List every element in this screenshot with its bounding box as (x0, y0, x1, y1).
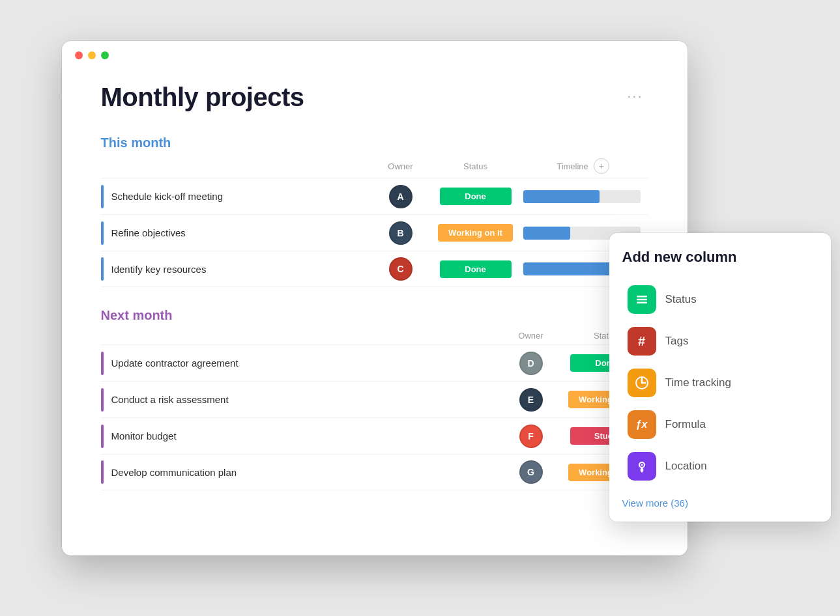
task-name: Update contractor agreement (111, 357, 499, 369)
next-month-header: Owner Status (101, 331, 648, 344)
timeline-col-header: Timeline + (518, 158, 648, 174)
more-options-button[interactable]: ··· (622, 83, 648, 110)
section-this-month: This month Owner Status Timeline + Sched… (101, 135, 648, 287)
owner-cell: E (499, 388, 564, 412)
avatar: B (389, 221, 413, 245)
avatar: D (519, 352, 543, 375)
task-name: Develop communication plan (111, 467, 499, 478)
task-indicator (101, 352, 104, 375)
column-option-location[interactable]: Location (622, 445, 818, 487)
page-header: Monthly projects ··· (101, 83, 648, 112)
status-badge: Done (440, 260, 512, 278)
status-cell: Working on it (433, 224, 518, 242)
table-row[interactable]: Conduct a risk assessment E Working on i… (101, 381, 648, 417)
page-title: Monthly projects (101, 83, 304, 112)
owner-col-header: Owner (368, 161, 433, 171)
task-indicator (101, 460, 104, 484)
svg-rect-1 (637, 299, 647, 301)
time-tracking-icon (628, 369, 656, 397)
timeline-bar (523, 227, 570, 240)
task-name: Refine objectives (111, 227, 368, 238)
add-column-popup: Add new column Status # Tags (609, 233, 831, 522)
status-cell: Done (433, 188, 518, 205)
view-more-link[interactable]: View more (36) (622, 497, 818, 509)
section-next-month: Next month Owner Status Update contracto… (101, 308, 648, 490)
owner-cell: D (499, 352, 564, 375)
task-name: Conduct a risk assessment (111, 394, 499, 405)
owner-cell: F (499, 425, 564, 448)
table-row[interactable]: Develop communication plan G Working on … (101, 454, 648, 490)
window-wrapper: Monthly projects ··· This month Owner St… (62, 41, 779, 575)
avatar: E (519, 388, 543, 412)
owner-cell: B (368, 221, 433, 245)
status-label: Status (665, 293, 697, 306)
this-month-title: This month (101, 135, 648, 150)
table-row[interactable]: Refine objectives B Working on it (101, 214, 648, 251)
formula-icon: ƒx (628, 410, 656, 439)
status-badge: Working on it (438, 224, 513, 242)
svg-point-5 (641, 464, 643, 466)
column-option-status[interactable]: Status (622, 279, 818, 320)
avatar: G (519, 460, 543, 484)
status-col-header: Status (433, 161, 518, 171)
time-tracking-label: Time tracking (665, 376, 731, 389)
timeline-bar (523, 262, 617, 275)
task-name: Identify key resources (111, 264, 368, 275)
task-name: Monitor budget (111, 430, 499, 441)
task-name: Schedule kick-off meeting (111, 191, 368, 202)
maximize-button[interactable] (101, 51, 109, 59)
formula-label: Formula (665, 418, 706, 431)
status-icon (628, 285, 656, 314)
status-badge: Done (440, 188, 512, 205)
owner-cell: C (368, 257, 433, 281)
column-option-tags[interactable]: # Tags (622, 320, 818, 362)
owner-cell: G (499, 460, 564, 484)
table-row[interactable]: Monitor budget F Stuck (101, 417, 648, 454)
timeline-bar (523, 190, 600, 203)
svg-rect-2 (637, 302, 647, 304)
tags-label: Tags (665, 335, 689, 348)
this-month-header: Owner Status Timeline + (101, 158, 648, 178)
task-indicator (101, 185, 104, 208)
avatar: F (519, 425, 543, 448)
add-column-button[interactable]: + (594, 158, 609, 174)
content-area: Monthly projects ··· This month Owner St… (62, 70, 688, 537)
task-indicator (101, 425, 104, 448)
table-row[interactable]: Schedule kick-off meeting A Done (101, 178, 648, 214)
avatar: A (389, 185, 413, 208)
popup-title: Add new column (622, 249, 818, 266)
owner-col-header: Owner (499, 331, 564, 341)
main-window: Monthly projects ··· This month Owner St… (62, 41, 688, 555)
table-row[interactable]: Identify key resources C Done (101, 251, 648, 287)
tags-icon: # (628, 327, 656, 356)
minimize-button[interactable] (88, 51, 96, 59)
timeline-bar-container (523, 190, 641, 203)
close-button[interactable] (75, 51, 83, 59)
column-option-time-tracking[interactable]: Time tracking (622, 362, 818, 404)
svg-rect-0 (637, 296, 647, 298)
owner-cell: A (368, 185, 433, 208)
timeline-cell (518, 190, 648, 203)
column-option-formula[interactable]: ƒx Formula (622, 404, 818, 445)
task-indicator (101, 388, 104, 412)
avatar: C (389, 257, 413, 281)
task-indicator (101, 257, 104, 281)
next-month-title: Next month (101, 308, 648, 323)
location-label: Location (665, 460, 707, 473)
location-icon (628, 452, 656, 481)
status-cell: Done (433, 260, 518, 278)
table-row[interactable]: Update contractor agreement D Done (101, 344, 648, 381)
task-indicator (101, 221, 104, 245)
title-bar (62, 41, 688, 70)
